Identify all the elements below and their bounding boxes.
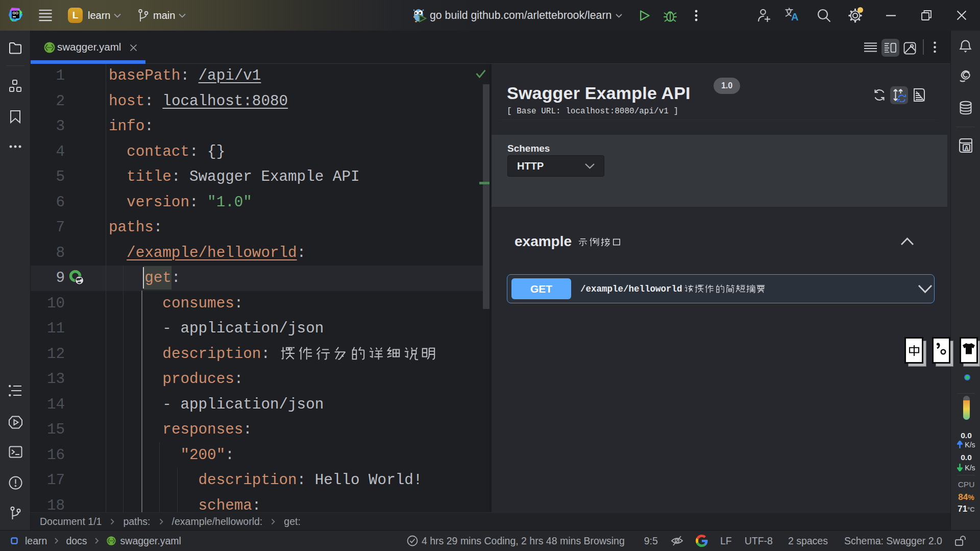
- svg-text:A: A: [965, 145, 969, 151]
- svg-text:A: A: [791, 11, 798, 22]
- svg-text:GO: GO: [13, 11, 19, 15]
